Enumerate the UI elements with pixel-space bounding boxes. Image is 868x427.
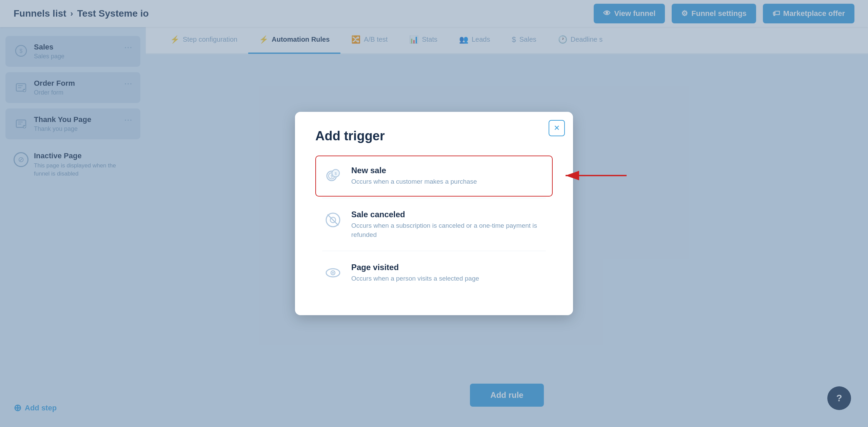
coins-icon: $ $	[323, 166, 343, 186]
trigger-item-new-sale[interactable]: $ $ New sale Occurs when a customer make…	[315, 156, 553, 197]
page-visited-desc: Occurs when a person visits a selected p…	[351, 274, 479, 283]
new-sale-title: New sale	[351, 166, 477, 175]
modal-title: Add trigger	[315, 129, 553, 143]
cancel-icon	[323, 210, 343, 230]
modal-close-button[interactable]: ✕	[549, 120, 565, 136]
svg-point-18	[332, 272, 334, 274]
sale-canceled-title: Sale canceled	[351, 210, 545, 219]
trigger-item-page-visited[interactable]: Page visited Occurs when a person visits…	[315, 252, 553, 293]
divider-2	[322, 251, 546, 251]
new-sale-desc: Occurs when a customer makes a purchase	[351, 177, 477, 186]
modal-overlay: Add trigger ✕ $ $ New sale Occurs when a…	[0, 0, 868, 427]
svg-text:$: $	[335, 171, 337, 176]
red-arrow-annotation	[559, 167, 627, 185]
divider-1	[322, 198, 546, 198]
svg-line-15	[328, 215, 338, 225]
trigger-item-sale-canceled[interactable]: Sale canceled Occurs when a subscription…	[315, 200, 553, 249]
sale-canceled-desc: Occurs when a subscription is canceled o…	[351, 221, 545, 239]
eye-trigger-icon	[323, 263, 343, 283]
modal-dialog: Add trigger ✕ $ $ New sale Occurs when a…	[295, 112, 573, 315]
page-visited-title: Page visited	[351, 263, 479, 272]
